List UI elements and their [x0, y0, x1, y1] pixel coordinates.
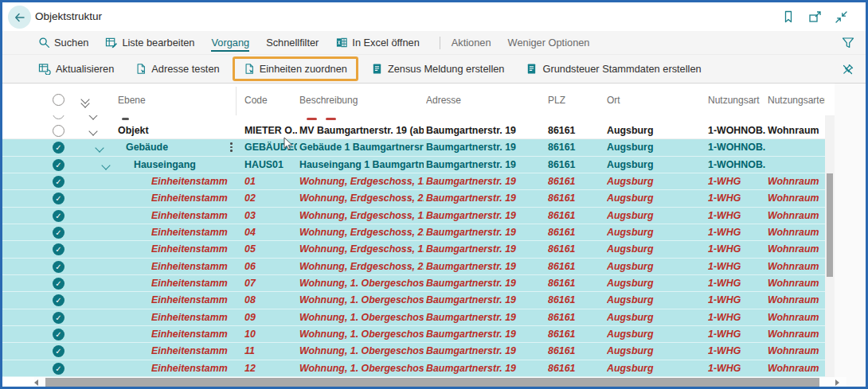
chevron-down-icon[interactable]: [95, 144, 104, 153]
cell-plz[interactable]: 86161: [548, 227, 596, 238]
cell-nutzungsartenk[interactable]: Wohnraum: [768, 312, 825, 323]
menu-item-weniger-optionen[interactable]: Weniger Optionen: [508, 37, 590, 49]
cell-ebene[interactable]: Einheitenstamm: [151, 261, 228, 272]
cell-ort[interactable]: Augsburg: [607, 227, 704, 238]
cell-beschreibung[interactable]: Wohnung, Erdgeschoss, 1. Mi...: [299, 210, 424, 221]
cell-ebene[interactable]: Einheitenstamm: [151, 278, 228, 289]
table-row[interactable]: ✓Einheitenstamm08Wohnung, 1. Obergeschos…: [2, 292, 825, 309]
scroll-left-arrow-icon[interactable]: [34, 379, 38, 386]
cell-nutzungsartenk[interactable]: Wohnraum: [768, 227, 825, 238]
cell-plz[interactable]: 86161: [548, 125, 596, 136]
cell-nutzungsart[interactable]: 1-WHG: [708, 345, 765, 356]
cell-adresse[interactable]: Baumgartnerstr. 19: [426, 176, 545, 187]
table-row[interactable]: ✓Einheitenstamm09Wohnung, 1. Obergeschos…: [2, 309, 825, 326]
menu-item-in-excel-ffnen[interactable]: In Excel öffnen: [335, 37, 419, 49]
row-checkbox-checked[interactable]: ✓: [53, 210, 65, 222]
menu-item-suchen[interactable]: Suchen: [38, 37, 88, 49]
cell-adresse[interactable]: Baumgartnerstr. 19: [426, 142, 545, 153]
cell-ort[interactable]: Augsburg: [607, 210, 704, 221]
cell-code[interactable]: 01: [244, 176, 297, 187]
cell-ebene[interactable]: Einheitenstamm: [151, 210, 228, 221]
cell-code[interactable]: 08: [244, 294, 297, 305]
cell-nutzungsart[interactable]: 1-WHG: [708, 227, 765, 238]
action-zensus-meldung-erstellen[interactable]: Zensus Meldung erstellen: [371, 63, 505, 75]
table-row[interactable]: ✓Einheitenstamm10Wohnung, 1. Obergeschos…: [2, 326, 825, 343]
column-header-ebene[interactable]: Ebene: [118, 95, 146, 106]
cell-ebene[interactable]: Einheitenstamm: [151, 227, 228, 238]
cell-ebene[interactable]: Gebäude: [126, 142, 168, 153]
cell-nutzungsartenk[interactable]: Wohnraum: [768, 210, 825, 221]
cell-beschreibung[interactable]: Wohnung, Erdgeschoss, 1. Li...: [299, 176, 424, 187]
column-header-nutzungsartenk[interactable]: Nutzungsartenk: [768, 95, 825, 106]
cell-code[interactable]: MIETER O...: [244, 125, 297, 136]
cell-ebene[interactable]: Einheitenstamm: [151, 345, 228, 356]
cell-nutzungsartenk[interactable]: Wohnraum: [768, 345, 825, 356]
cell-ort[interactable]: Augsburg: [607, 176, 704, 187]
cell-adresse[interactable]: Baumgartnerstr. 19: [426, 294, 545, 305]
cell-ebene[interactable]: Einheitenstamm: [151, 312, 228, 323]
table-row[interactable]: ✓Einheitenstamm03Wohnung, Erdgeschoss, 1…: [2, 208, 825, 224]
table-row[interactable]: ✓Einheitenstamm04Wohnung, Erdgeschoss, 2…: [2, 224, 825, 241]
cell-ebene[interactable]: Hauseingang: [134, 159, 196, 170]
row-checkbox-checked[interactable]: ✓: [53, 278, 65, 290]
cell-nutzungsart[interactable]: 1-WHG: [708, 294, 765, 305]
chevron-down-icon[interactable]: [88, 126, 97, 135]
action-grundsteuer-stammdaten-erstellen[interactable]: Grundsteuer Stammdaten erstellen: [526, 63, 701, 75]
vertical-scrollbar[interactable]: [825, 115, 835, 379]
cell-ebene[interactable]: Einheitenstamm: [151, 329, 228, 340]
cell-plz[interactable]: 86161: [548, 278, 596, 289]
table-row[interactable]: ✓HauseingangHAUS01Hauseingang 1 Baumgart…: [2, 157, 825, 173]
cell-plz[interactable]: 86161: [548, 345, 596, 356]
cell-nutzungsart[interactable]: 1-WHG: [708, 312, 765, 323]
chevron-down-icon[interactable]: [101, 161, 110, 169]
back-button[interactable]: [8, 6, 31, 29]
cell-adresse[interactable]: Baumgartnerstr. 19: [426, 210, 545, 221]
cell-adresse[interactable]: Baumgartnerstr. 19: [426, 243, 545, 255]
row-checkbox[interactable]: [53, 125, 65, 137]
cell-ort[interactable]: Augsburg: [607, 345, 704, 356]
cell-plz[interactable]: 86161: [548, 294, 596, 305]
cell-ort[interactable]: Augsburg: [607, 294, 704, 305]
cell-code[interactable]: 07: [244, 278, 297, 289]
cell-nutzungsartenk[interactable]: Wohnraum: [768, 261, 825, 272]
cell-nutzungsart[interactable]: 1-WOHNOB...: [708, 142, 765, 153]
cell-ort[interactable]: Augsburg: [607, 125, 704, 136]
cell-ort[interactable]: Augsburg: [607, 312, 704, 323]
cell-nutzungsartenk[interactable]: Wohnraum: [768, 329, 825, 340]
cell-ebene[interactable]: Einheitenstamm: [151, 363, 228, 374]
table-row[interactable]: ✓Einheitenstamm05Wohnung, Erdgeschoss, 1…: [2, 241, 825, 258]
table-row[interactable]: ✓Einheitenstamm12Wohnung, 1. Obergeschos…: [2, 360, 825, 377]
row-checkbox-checked[interactable]: ✓: [53, 142, 65, 154]
cell-ort[interactable]: Augsburg: [607, 278, 704, 289]
row-checkbox-checked[interactable]: ✓: [53, 294, 65, 306]
table-row[interactable]: ObjektMIETER O...MV Baumgartnerstr. 19 (…: [2, 123, 825, 139]
cell-beschreibung[interactable]: Wohnung, Erdgeschoss, 2. Mi...: [299, 227, 424, 238]
cell-code[interactable]: 06: [244, 261, 297, 272]
unpin-icon[interactable]: [842, 63, 854, 76]
table-row[interactable]: ✓Einheitenstamm07Wohnung, 1. Obergeschos…: [2, 275, 825, 292]
menu-item-vorgang[interactable]: Vorgang: [211, 37, 249, 52]
cell-beschreibung[interactable]: Wohnung, Erdgeschoss, 2. Re...: [299, 261, 424, 272]
cell-ebene[interactable]: Einheitenstamm: [151, 294, 228, 305]
column-header-adresse[interactable]: Adresse: [426, 95, 461, 106]
cell-beschreibung[interactable]: Wohnung, 1. Obergeschoss, ...: [299, 345, 424, 356]
cell-beschreibung[interactable]: Wohnung, 1. Obergeschoss, ...: [299, 294, 424, 305]
cell-adresse[interactable]: Baumgartnerstr. 19: [426, 159, 545, 170]
select-all-checkbox[interactable]: [53, 94, 65, 106]
cell-ebene[interactable]: Einheitenstamm: [151, 243, 228, 255]
cell-code[interactable]: 03: [244, 210, 297, 221]
cell-ort[interactable]: Augsburg: [607, 363, 704, 374]
cell-adresse[interactable]: Baumgartnerstr. 19: [426, 261, 545, 272]
cell-nutzungsartenk[interactable]: Wohnraum: [768, 176, 825, 187]
cell-nutzungsart[interactable]: 1-WHG: [708, 176, 765, 187]
cell-nutzungsart[interactable]: 1-WOHNOB...: [708, 159, 765, 170]
menu-item-aktionen[interactable]: Aktionen: [452, 37, 491, 49]
row-checkbox-checked[interactable]: ✓: [53, 176, 65, 188]
cell-plz[interactable]: 86161: [548, 176, 596, 187]
row-checkbox-checked[interactable]: ✓: [53, 193, 65, 204]
table-row[interactable]: ✓Einheitenstamm06Wohnung, Erdgeschoss, 2…: [2, 259, 825, 275]
cell-adresse[interactable]: Baumgartnerstr. 19: [426, 227, 545, 238]
cell-adresse[interactable]: Baumgartnerstr. 19: [426, 312, 545, 323]
cell-code[interactable]: 11: [244, 345, 297, 356]
menu-item-schnellfilter[interactable]: Schnellfilter: [266, 37, 319, 49]
